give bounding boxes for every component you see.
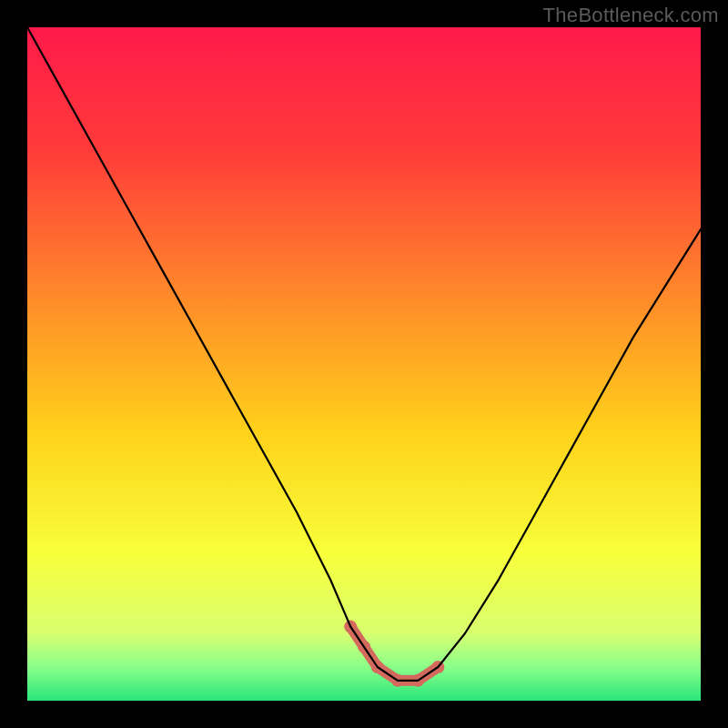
chart-frame: TheBottleneck.com xyxy=(0,0,728,728)
bottleneck-chart xyxy=(27,27,701,701)
plot-area xyxy=(27,27,701,701)
watermark-text: TheBottleneck.com xyxy=(543,4,719,27)
gradient-background xyxy=(27,27,701,701)
